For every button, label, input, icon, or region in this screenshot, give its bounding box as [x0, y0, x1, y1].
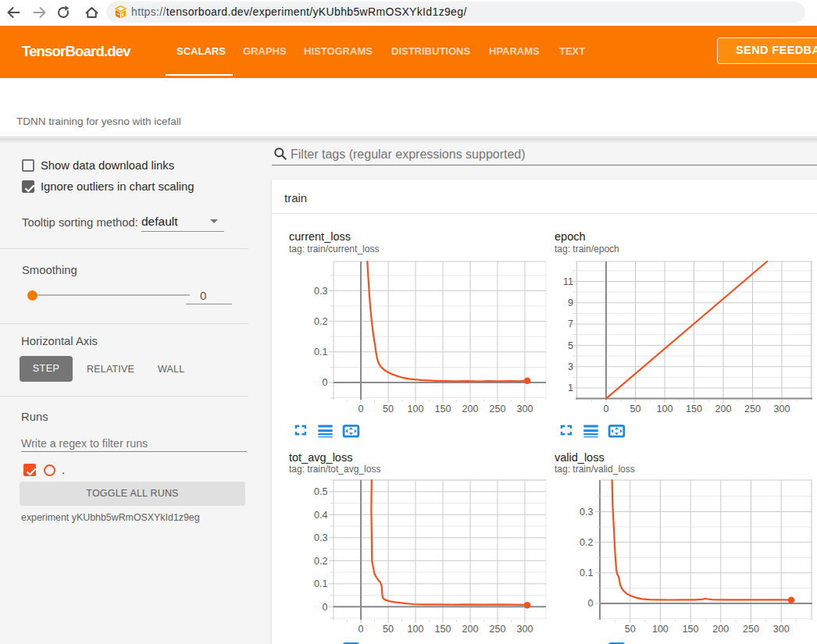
svg-text:0: 0	[323, 602, 328, 613]
svg-text:0.1: 0.1	[314, 347, 327, 358]
svg-text:300: 300	[517, 624, 533, 635]
svg-text:3: 3	[568, 361, 573, 372]
svg-text:0.1: 0.1	[314, 578, 327, 589]
svg-text:150: 150	[435, 404, 451, 415]
svg-text:200: 200	[462, 404, 479, 415]
svg-text:100: 100	[408, 624, 424, 635]
svg-text:0: 0	[588, 598, 594, 609]
svg-text:0.5: 0.5	[314, 486, 327, 497]
svg-text:300: 300	[517, 404, 533, 415]
svg-text:150: 150	[686, 404, 702, 415]
svg-text:200: 200	[462, 624, 479, 635]
svg-text:150: 150	[435, 624, 451, 635]
svg-text:50: 50	[630, 404, 641, 415]
svg-text:250: 250	[490, 404, 506, 415]
svg-text:0.2: 0.2	[314, 556, 327, 567]
svg-text:9: 9	[568, 297, 573, 308]
svg-text:0: 0	[604, 404, 609, 415]
svg-text:5: 5	[568, 340, 573, 351]
svg-text:250: 250	[490, 624, 506, 635]
svg-text:0.3: 0.3	[314, 532, 327, 543]
svg-text:0: 0	[359, 404, 364, 415]
svg-text:50: 50	[383, 404, 394, 415]
svg-text:250: 250	[743, 624, 759, 635]
svg-text:50: 50	[383, 624, 394, 635]
svg-text:200: 200	[712, 624, 729, 635]
svg-text:0.2: 0.2	[580, 537, 593, 548]
svg-text:150: 150	[683, 624, 699, 635]
svg-text:0: 0	[323, 377, 328, 388]
svg-text:0: 0	[359, 624, 364, 635]
svg-text:0.3: 0.3	[580, 507, 593, 518]
svg-text:100: 100	[657, 404, 673, 415]
svg-text:100: 100	[652, 624, 669, 635]
svg-text:300: 300	[774, 404, 790, 415]
svg-text:100: 100	[408, 404, 424, 415]
svg-text:50: 50	[625, 624, 636, 635]
svg-text:0.2: 0.2	[314, 316, 327, 327]
svg-text:11: 11	[563, 276, 573, 287]
svg-text:7: 7	[568, 318, 573, 329]
svg-text:0.1: 0.1	[580, 568, 593, 578]
svg-text:0.3: 0.3	[314, 286, 327, 297]
svg-text:200: 200	[715, 404, 732, 415]
svg-text:300: 300	[773, 624, 790, 635]
svg-text:1: 1	[568, 382, 573, 393]
svg-text:250: 250	[744, 404, 761, 415]
svg-text:0.4: 0.4	[314, 510, 327, 521]
